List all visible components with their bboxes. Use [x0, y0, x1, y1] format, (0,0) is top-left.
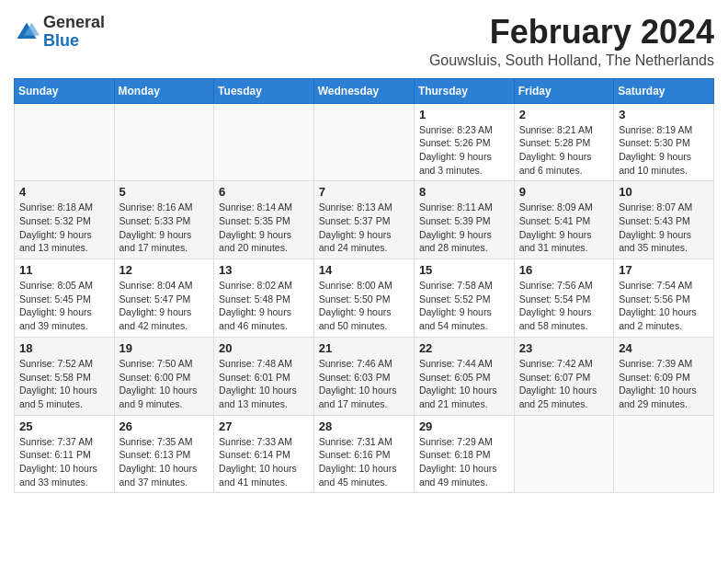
day-detail: Sunrise: 7:58 AM Sunset: 5:52 PM Dayligh…: [419, 279, 509, 333]
day-detail: Sunrise: 7:44 AM Sunset: 6:05 PM Dayligh…: [419, 357, 509, 411]
calendar-cell: [15, 103, 115, 181]
day-number: 1: [419, 108, 509, 121]
day-detail: Sunrise: 8:02 AM Sunset: 5:48 PM Dayligh…: [219, 279, 309, 333]
calendar-cell: 7Sunrise: 8:13 AM Sunset: 5:37 PM Daylig…: [313, 181, 414, 259]
day-detail: Sunrise: 7:37 AM Sunset: 6:11 PM Dayligh…: [19, 435, 109, 489]
calendar-cell: 29Sunrise: 7:29 AM Sunset: 6:18 PM Dayli…: [414, 415, 514, 493]
calendar-week-3: 11Sunrise: 8:05 AM Sunset: 5:45 PM Dayli…: [15, 259, 714, 338]
calendar-week-5: 25Sunrise: 7:37 AM Sunset: 6:11 PM Dayli…: [15, 415, 714, 493]
day-number: 19: [119, 341, 210, 355]
weekday-header-friday: Friday: [514, 78, 614, 103]
day-detail: Sunrise: 8:23 AM Sunset: 5:26 PM Dayligh…: [419, 123, 509, 178]
day-number: 11: [19, 263, 109, 277]
day-number: 4: [19, 185, 109, 199]
day-number: 7: [319, 185, 409, 199]
calendar-cell: 14Sunrise: 8:00 AM Sunset: 5:50 PM Dayli…: [313, 259, 414, 338]
day-detail: Sunrise: 8:21 AM Sunset: 5:28 PM Dayligh…: [519, 123, 609, 178]
calendar-cell: 6Sunrise: 8:14 AM Sunset: 5:35 PM Daylig…: [214, 181, 314, 259]
weekday-header-thursday: Thursday: [414, 78, 514, 103]
calendar-cell: 3Sunrise: 8:19 AM Sunset: 5:30 PM Daylig…: [614, 103, 714, 181]
day-number: 28: [319, 419, 409, 433]
weekday-header-wednesday: Wednesday: [313, 78, 414, 103]
day-detail: Sunrise: 7:35 AM Sunset: 6:13 PM Dayligh…: [119, 435, 210, 489]
calendar-cell: 9Sunrise: 8:09 AM Sunset: 5:41 PM Daylig…: [514, 181, 614, 259]
logo-general-text: General: [43, 14, 105, 32]
calendar-cell: 16Sunrise: 7:56 AM Sunset: 5:54 PM Dayli…: [514, 259, 614, 338]
day-number: 15: [419, 263, 509, 277]
calendar-cell: [514, 415, 614, 493]
calendar-cell: 10Sunrise: 8:07 AM Sunset: 5:43 PM Dayli…: [614, 181, 714, 259]
day-detail: Sunrise: 7:29 AM Sunset: 6:18 PM Dayligh…: [419, 435, 509, 489]
day-number: 14: [319, 263, 409, 277]
day-number: 26: [119, 419, 210, 433]
calendar-week-4: 18Sunrise: 7:52 AM Sunset: 5:58 PM Dayli…: [15, 337, 714, 415]
day-number: 20: [219, 341, 309, 355]
calendar-cell: 4Sunrise: 8:18 AM Sunset: 5:32 PM Daylig…: [15, 181, 115, 259]
day-detail: Sunrise: 8:11 AM Sunset: 5:39 PM Dayligh…: [419, 201, 509, 255]
weekday-header-monday: Monday: [114, 78, 214, 103]
day-detail: Sunrise: 8:04 AM Sunset: 5:47 PM Dayligh…: [119, 279, 210, 333]
header: General Blue February 2024 Gouwsluis, So…: [14, 14, 714, 69]
calendar-cell: 26Sunrise: 7:35 AM Sunset: 6:13 PM Dayli…: [114, 415, 214, 493]
day-number: 16: [519, 263, 609, 277]
calendar-cell: 21Sunrise: 7:46 AM Sunset: 6:03 PM Dayli…: [313, 337, 414, 415]
day-number: 22: [419, 341, 509, 355]
calendar-cell: 5Sunrise: 8:16 AM Sunset: 5:33 PM Daylig…: [114, 181, 214, 259]
calendar-week-2: 4Sunrise: 8:18 AM Sunset: 5:32 PM Daylig…: [15, 181, 714, 259]
day-detail: Sunrise: 7:48 AM Sunset: 6:01 PM Dayligh…: [219, 357, 309, 411]
calendar-cell: 11Sunrise: 8:05 AM Sunset: 5:45 PM Dayli…: [15, 259, 115, 338]
calendar-cell: 1Sunrise: 8:23 AM Sunset: 5:26 PM Daylig…: [414, 103, 514, 181]
day-detail: Sunrise: 7:54 AM Sunset: 5:56 PM Dayligh…: [619, 279, 709, 333]
day-number: 24: [619, 341, 709, 355]
day-number: 25: [19, 419, 109, 433]
day-number: 8: [419, 185, 509, 199]
day-number: 13: [219, 263, 309, 277]
calendar-cell: 27Sunrise: 7:33 AM Sunset: 6:14 PM Dayli…: [214, 415, 314, 493]
calendar-cell: 13Sunrise: 8:02 AM Sunset: 5:48 PM Dayli…: [214, 259, 314, 338]
day-number: 18: [19, 341, 109, 355]
logo: General Blue: [14, 14, 105, 51]
day-number: 29: [419, 419, 509, 433]
day-detail: Sunrise: 7:42 AM Sunset: 6:07 PM Dayligh…: [519, 357, 609, 411]
day-number: 3: [619, 108, 709, 121]
day-detail: Sunrise: 8:18 AM Sunset: 5:32 PM Dayligh…: [19, 201, 109, 255]
calendar-cell: 18Sunrise: 7:52 AM Sunset: 5:58 PM Dayli…: [15, 337, 115, 415]
calendar-cell: 17Sunrise: 7:54 AM Sunset: 5:56 PM Dayli…: [614, 259, 714, 338]
day-detail: Sunrise: 8:09 AM Sunset: 5:41 PM Dayligh…: [519, 201, 609, 255]
calendar-cell: 19Sunrise: 7:50 AM Sunset: 6:00 PM Dayli…: [114, 337, 214, 415]
calendar-cell: [214, 103, 314, 181]
calendar-cell: 28Sunrise: 7:31 AM Sunset: 6:16 PM Dayli…: [313, 415, 414, 493]
day-number: 6: [219, 185, 309, 199]
calendar-cell: [313, 103, 414, 181]
day-detail: Sunrise: 8:00 AM Sunset: 5:50 PM Dayligh…: [319, 279, 409, 333]
day-detail: Sunrise: 8:05 AM Sunset: 5:45 PM Dayligh…: [19, 279, 109, 333]
day-detail: Sunrise: 7:39 AM Sunset: 6:09 PM Dayligh…: [619, 357, 709, 411]
day-number: 5: [119, 185, 210, 199]
calendar-cell: 12Sunrise: 8:04 AM Sunset: 5:47 PM Dayli…: [114, 259, 214, 338]
title-area: February 2024 Gouwsluis, South Holland, …: [429, 14, 714, 69]
calendar-cell: [614, 415, 714, 493]
day-detail: Sunrise: 8:19 AM Sunset: 5:30 PM Dayligh…: [619, 123, 709, 178]
calendar-cell: [114, 103, 214, 181]
day-number: 27: [219, 419, 309, 433]
day-number: 17: [619, 263, 709, 277]
location-subtitle: Gouwsluis, South Holland, The Netherland…: [429, 52, 714, 69]
calendar-week-1: 1Sunrise: 8:23 AM Sunset: 5:26 PM Daylig…: [15, 103, 714, 181]
weekday-header-saturday: Saturday: [614, 78, 714, 103]
day-number: 12: [119, 263, 210, 277]
day-number: 2: [519, 108, 609, 121]
calendar-cell: 22Sunrise: 7:44 AM Sunset: 6:05 PM Dayli…: [414, 337, 514, 415]
weekday-header-tuesday: Tuesday: [214, 78, 314, 103]
calendar-table: SundayMondayTuesdayWednesdayThursdayFrid…: [14, 78, 714, 494]
day-detail: Sunrise: 7:52 AM Sunset: 5:58 PM Dayligh…: [19, 357, 109, 411]
day-detail: Sunrise: 7:33 AM Sunset: 6:14 PM Dayligh…: [219, 435, 309, 489]
calendar-cell: 2Sunrise: 8:21 AM Sunset: 5:28 PM Daylig…: [514, 103, 614, 181]
day-number: 9: [519, 185, 609, 199]
day-detail: Sunrise: 8:07 AM Sunset: 5:43 PM Dayligh…: [619, 201, 709, 255]
month-year-title: February 2024: [429, 14, 714, 51]
calendar-cell: 24Sunrise: 7:39 AM Sunset: 6:09 PM Dayli…: [614, 337, 714, 415]
day-detail: Sunrise: 7:56 AM Sunset: 5:54 PM Dayligh…: [519, 279, 609, 333]
calendar-header: SundayMondayTuesdayWednesdayThursdayFrid…: [15, 78, 714, 103]
day-detail: Sunrise: 7:50 AM Sunset: 6:00 PM Dayligh…: [119, 357, 210, 411]
calendar-cell: 20Sunrise: 7:48 AM Sunset: 6:01 PM Dayli…: [214, 337, 314, 415]
